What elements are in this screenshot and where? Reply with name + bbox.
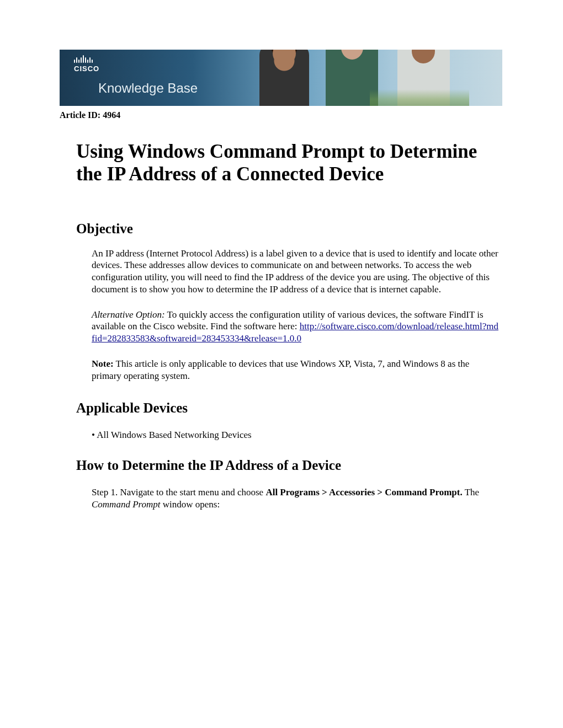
objective-note-paragraph: Note: This article is only applicable to… bbox=[92, 358, 500, 382]
section-heading-howto: How to Determine the IP Address of a Dev… bbox=[76, 458, 502, 473]
step1-after1: The bbox=[463, 487, 479, 497]
step1-menu-path: All Programs > Accessories > Command Pro… bbox=[265, 487, 462, 497]
cisco-logo-icon bbox=[74, 57, 198, 63]
document-page: CISCO Knowledge Base Article ID: 4964 Us… bbox=[0, 0, 563, 728]
section-heading-objective: Objective bbox=[76, 221, 502, 237]
header-banner: CISCO Knowledge Base bbox=[60, 50, 502, 106]
banner-people-illustration bbox=[259, 50, 469, 106]
objective-paragraph-1: An IP address (Internet Protocol Address… bbox=[92, 248, 500, 296]
alternative-option-label: Alternative Option: bbox=[92, 309, 165, 320]
page-title: Using Windows Command Prompt to Determin… bbox=[76, 140, 502, 186]
howto-step-1: Step 1. Navigate to the start menu and c… bbox=[92, 486, 500, 511]
applicable-devices-body: • All Windows Based Networking Devices bbox=[92, 429, 500, 441]
applicable-devices-bullet-1: • All Windows Based Networking Devices bbox=[92, 429, 500, 441]
objective-alternative-paragraph: Alternative Option: To quickly access th… bbox=[92, 309, 500, 345]
banner-brand-block: CISCO Knowledge Base bbox=[74, 57, 198, 96]
note-text: This article is only applicable to devic… bbox=[92, 358, 469, 381]
note-label: Note: bbox=[92, 358, 114, 369]
howto-body: Step 1. Navigate to the start menu and c… bbox=[92, 486, 500, 511]
knowledge-base-label: Knowledge Base bbox=[98, 81, 198, 96]
brand-word: CISCO bbox=[74, 65, 198, 73]
objective-body: An IP address (Internet Protocol Address… bbox=[92, 248, 500, 382]
step1-lead: Step 1. Navigate to the start menu and c… bbox=[92, 487, 265, 497]
step1-window-name: Command Prompt bbox=[92, 499, 161, 510]
section-heading-applicable-devices: Applicable Devices bbox=[76, 400, 502, 416]
article-id-label: Article ID: 4964 bbox=[60, 110, 502, 120]
step1-after2: window opens: bbox=[161, 499, 220, 510]
